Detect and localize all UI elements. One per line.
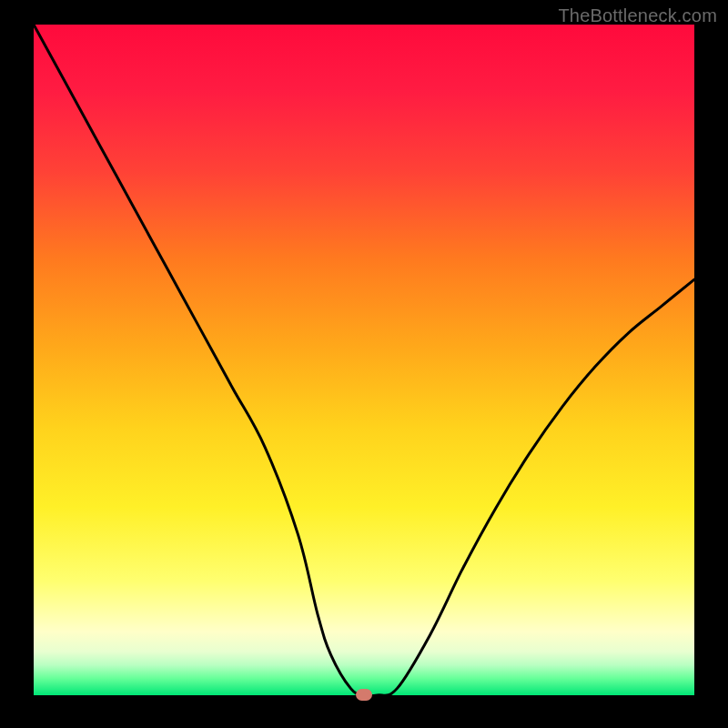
plot-background — [34, 25, 694, 695]
chart-frame: TheBottleneck.com — [0, 0, 728, 728]
optimal-marker — [356, 689, 372, 701]
watermark-text: TheBottleneck.com — [558, 5, 717, 26]
bottleneck-chart — [0, 0, 728, 728]
